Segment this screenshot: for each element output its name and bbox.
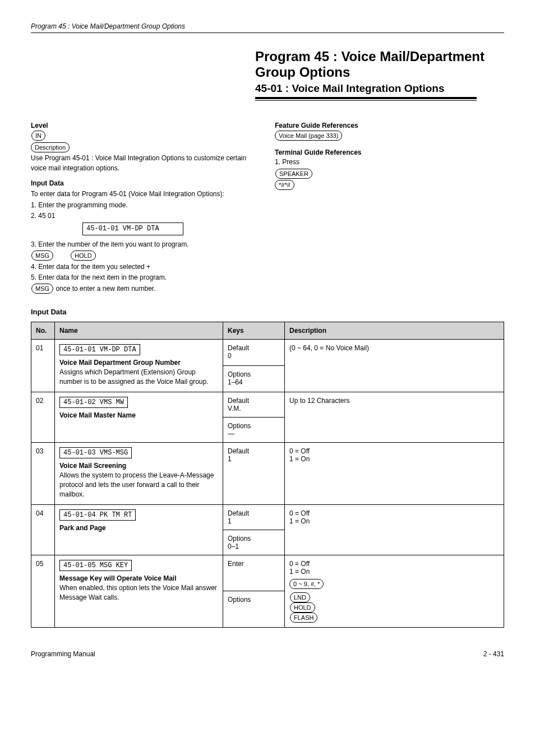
key-value: — xyxy=(228,430,280,438)
cell-desc: 0 = Off 1 = On xyxy=(285,504,504,555)
table-row: 05 45-01-05 MSG KEY Message Key will Ope… xyxy=(31,555,504,591)
item-name: Voice Mail Department Group Number xyxy=(59,359,218,367)
key-pill: FLASH xyxy=(290,613,317,623)
table-row: 01 45-01-01 VM-DP DTA Voice Mail Departm… xyxy=(31,339,504,365)
cell-no: 01 xyxy=(31,339,55,392)
msg-pill-2: MSG xyxy=(31,284,53,294)
left-step2: 2. 45 01 xyxy=(31,211,260,221)
left-screen-box: 45-01-01 VM-DP DTA xyxy=(82,222,183,235)
left-step3: 3. Enter the number of the item you want… xyxy=(31,240,260,249)
cell-desc: 0 = Off 1 = On xyxy=(285,442,504,504)
key-label: Default xyxy=(228,344,280,352)
key-value: V.M. xyxy=(228,405,280,412)
input-data-heading-2: Input Data xyxy=(31,308,504,316)
key-value: 1 xyxy=(228,517,280,525)
key-value: 0–1 xyxy=(228,542,280,550)
msg-pill-1: MSG xyxy=(31,251,53,261)
footer-right: 2 - 431 xyxy=(483,650,504,658)
key-label: Options xyxy=(228,535,280,542)
key-label: Options xyxy=(228,422,280,430)
left-step1: 1. Enter the programming mode. xyxy=(31,201,260,210)
item-name: Voice Mail Screening xyxy=(59,462,218,470)
tg-speaker-pill: SPEAKER xyxy=(275,169,312,179)
section-subtitle: 45-01 : Voice Mail Integration Options xyxy=(255,82,504,95)
tg-heading: Terminal Guide References xyxy=(275,148,504,157)
cell-no: 02 xyxy=(31,392,55,442)
desc-text: 0 = Off 1 = On xyxy=(289,560,499,576)
item-name-desc: Assigns which Department (Extension) Gro… xyxy=(59,368,218,387)
key-label: Options xyxy=(228,370,280,378)
key-label: Enter xyxy=(228,560,280,568)
cell-no: 05 xyxy=(31,555,55,627)
cell-desc: Up to 12 Characters xyxy=(285,392,504,442)
desc-heading-pill: Description xyxy=(31,142,70,152)
left-p1: To enter data for Program 45-01 (Voice M… xyxy=(31,189,260,199)
screen-box: 45-01-03 VMS-MSG xyxy=(59,447,132,458)
table-row: 02 45-01-02 VMS MW Voice Mail Master Nam… xyxy=(31,392,504,417)
left-step4: 4. Enter data for the item you selected … xyxy=(31,263,150,271)
key-value: 1–64 xyxy=(228,378,280,386)
input-data-heading: Input Data xyxy=(31,179,260,188)
cell-no: 03 xyxy=(31,442,55,504)
tg-step4-pill: *#*# xyxy=(275,180,294,190)
footer: Programming Manual 2 - 431 xyxy=(31,650,504,658)
options-table: No. Name Keys Description 01 45-01-01 VM… xyxy=(31,322,504,628)
key-label: Options xyxy=(228,596,280,604)
screen-box: 45-01-02 VMS MW xyxy=(59,397,128,408)
header-rule xyxy=(31,33,504,33)
key-label: Default xyxy=(228,447,280,455)
key-label: Default xyxy=(228,509,280,517)
fg-item-pill: Voice Mail (page 333) xyxy=(275,131,342,141)
level-pill: IN xyxy=(31,131,45,141)
item-name: Message Key will Operate Voice Mail xyxy=(59,574,218,582)
cell-desc: 0 = Off 1 = On 0 ~ 9, #, * LND HOLD FLAS… xyxy=(285,555,504,627)
th-desc: Description xyxy=(285,322,504,339)
screen-box: 45-01-05 MSG KEY xyxy=(59,560,132,571)
screen-box: 45-01-04 PK TM RT xyxy=(59,509,136,521)
cell-no: 04 xyxy=(31,504,55,555)
th-name: Name xyxy=(55,322,223,339)
table-row: 03 45-01-03 VMS-MSG Voice Mail Screening… xyxy=(31,442,504,504)
cell-desc: (0 ~ 64, 0 = No Voice Mail) xyxy=(285,339,504,392)
th-keys: Keys xyxy=(223,322,285,339)
item-name: Park and Page xyxy=(59,524,218,532)
fg-heading: Feature Guide References xyxy=(275,121,504,131)
th-no: No. xyxy=(31,322,55,339)
key-value: 0 xyxy=(228,352,280,360)
left-step5c: once to enter a new item number. xyxy=(56,285,155,293)
left-step5a: 5. Enter data for the next item in the p… xyxy=(31,273,260,282)
footer-left: Programming Manual xyxy=(31,650,95,658)
tg-step1a: 1. Press xyxy=(275,158,299,166)
key-pill: LND xyxy=(290,592,310,602)
key-label: Default xyxy=(228,397,280,405)
screen-box: 45-01-01 VM-DP DTA xyxy=(59,344,140,355)
item-name: Voice Mail Master Name xyxy=(59,411,218,419)
double-underline xyxy=(255,97,477,101)
item-name-desc: When enabled, this option lets the Voice… xyxy=(59,583,218,603)
level-label: Level xyxy=(31,121,260,131)
intro-left-column: Level IN Description Use Program 45-01 :… xyxy=(31,121,260,295)
hold-pill-1: HOLD xyxy=(71,251,96,261)
section-title: Program 45 : Voice Mail/Department Group… xyxy=(255,49,504,80)
key-value: 1 xyxy=(228,455,280,463)
key-pill: 0 ~ 9, #, * xyxy=(289,579,324,589)
table-row: 04 45-01-04 PK TM RT Park and Page Defau… xyxy=(31,504,504,530)
key-pill: HOLD xyxy=(290,602,315,613)
item-name-desc: Allows the system to process the Leave-A… xyxy=(59,471,218,500)
header-text: Program 45 : Voice Mail/Department Group… xyxy=(31,22,504,30)
desc-line: Use Program 45-01 : Voice Mail Integrati… xyxy=(31,154,260,173)
intro-right-column: Feature Guide References Voice Mail (pag… xyxy=(275,121,504,295)
